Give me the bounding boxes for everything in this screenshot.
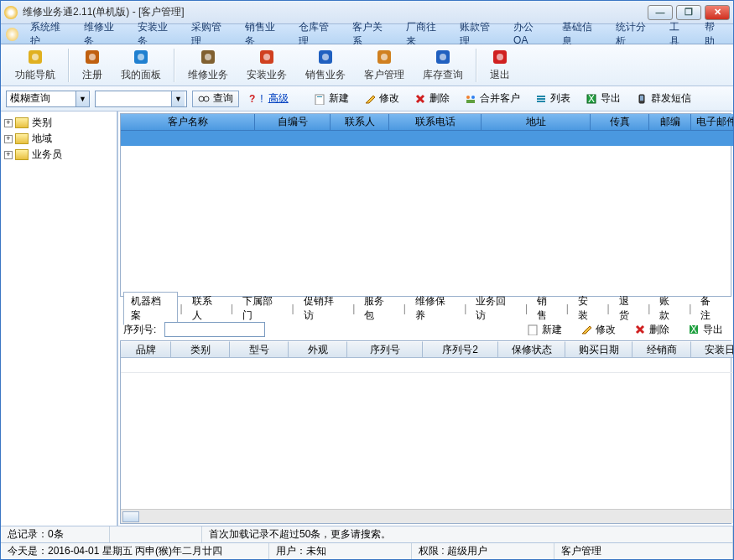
reg-icon xyxy=(83,48,102,66)
panel-icon xyxy=(132,48,150,66)
sub-export-button[interactable]: X 导出 xyxy=(683,321,728,338)
toolbar-exit-button[interactable]: 退出 xyxy=(481,47,519,84)
edit-button[interactable]: 修改 xyxy=(359,91,404,107)
search-toolbar: 模糊查询 ▼ ▼ 查询 ?! 高级 新建 修改 删除 合并客户 列表 X 导出 … xyxy=(1,86,733,111)
machine-grid-header: 品牌类别型号外观序列号序列号2保修状态购买日期经销商安装日期 xyxy=(121,341,734,358)
search-input-combo[interactable]: ▼ xyxy=(95,91,187,107)
sub-delete-button[interactable]: 删除 xyxy=(629,321,674,338)
col-7[interactable]: 电子邮件 xyxy=(691,114,734,131)
machine-grid-body xyxy=(121,373,734,509)
detail-tabs: 机器档案|联系人|下属部门|促销拜访|服务包|维修保养|业务回访|销售|安装|退… xyxy=(118,298,733,319)
svg-text:X: X xyxy=(588,93,595,105)
toolbar-nav-button[interactable]: 功能导航 xyxy=(6,47,65,84)
export-button[interactable]: X 导出 xyxy=(580,91,626,107)
machine-grid-row[interactable] xyxy=(121,358,734,373)
status-total: 总记录：0条 xyxy=(1,526,110,542)
serial-label: 序列号: xyxy=(123,323,156,337)
right-panel: 客户名称自编号联系人联系电话地址传真邮编电子邮件 机器档案|联系人|下属部门|促… xyxy=(118,111,733,526)
svg-point-15 xyxy=(440,54,446,60)
col-2[interactable]: 联系人 xyxy=(331,114,389,131)
toolbar-stock-button[interactable]: 库存查询 xyxy=(414,47,472,84)
new-icon xyxy=(314,93,325,105)
svg-point-5 xyxy=(138,54,144,60)
svg-point-7 xyxy=(205,54,211,60)
edit-icon xyxy=(580,324,592,335)
svg-point-18 xyxy=(199,96,204,101)
chevron-down-icon[interactable]: ▼ xyxy=(171,91,185,106)
svg-rect-25 xyxy=(537,96,545,97)
serial-input[interactable] xyxy=(164,322,265,337)
new-button[interactable]: 新建 xyxy=(309,91,354,107)
svg-rect-32 xyxy=(528,325,537,335)
col-3[interactable]: 联系电话 xyxy=(389,114,482,131)
status-spacer xyxy=(110,526,202,542)
search-input[interactable] xyxy=(96,92,171,106)
tree-item-0[interactable]: +类别 xyxy=(3,115,115,131)
toolbar-sales-button[interactable]: 销售业务 xyxy=(296,47,355,84)
folder-icon xyxy=(15,149,29,160)
chevron-down-icon[interactable]: ▼ xyxy=(75,91,89,106)
mcol-5[interactable]: 序列号2 xyxy=(423,341,498,358)
svg-rect-27 xyxy=(537,101,545,102)
menu-logo-icon xyxy=(6,28,18,41)
serial-toolbar: 序列号: 新建 修改 删除 X 导出 xyxy=(118,319,733,340)
mcol-7[interactable]: 购买日期 xyxy=(565,341,632,358)
repair-icon xyxy=(199,48,217,66)
sales-icon xyxy=(316,48,335,66)
status-date: 今天是：2016-04-01 星期五 丙申(猴)年二月廿四 xyxy=(1,543,269,559)
expand-icon[interactable]: + xyxy=(4,135,13,143)
sub-edit-button[interactable]: 修改 xyxy=(575,321,621,338)
menu-bar: 系统维护维修业务安装业务采购管理销售业务仓库管理客户关系厂商往来账款管理办公OA… xyxy=(1,24,733,44)
expand-icon[interactable]: + xyxy=(4,119,13,127)
mcol-1[interactable]: 类别 xyxy=(171,341,230,358)
exit-icon xyxy=(491,48,509,66)
mcol-4[interactable]: 序列号 xyxy=(347,341,423,358)
toolbar-cust-button[interactable]: 客户管理 xyxy=(355,47,414,84)
svg-point-11 xyxy=(322,54,329,60)
folder-icon xyxy=(15,117,29,128)
toolbar-install-button[interactable]: 安装业务 xyxy=(237,47,296,84)
toolbar-panel-button[interactable]: 我的面板 xyxy=(112,47,170,84)
machine-grid[interactable]: 品牌类别型号外观序列号序列号2保修状态购买日期经销商安装日期 xyxy=(120,340,731,524)
mcol-2[interactable]: 型号 xyxy=(230,341,289,358)
merge-button[interactable]: 合并客户 xyxy=(460,91,525,107)
col-5[interactable]: 传真 xyxy=(591,114,649,131)
search-button[interactable]: 查询 xyxy=(192,91,239,107)
export-icon: X xyxy=(586,93,597,105)
main-body: +类别+地域+业务员 客户名称自编号联系人联系电话地址传真邮编电子邮件 机器档案… xyxy=(1,111,733,526)
svg-point-3 xyxy=(89,54,96,60)
toolbar-repair-button[interactable]: 维修业务 xyxy=(179,47,237,84)
sms-button[interactable]: 群发短信 xyxy=(631,91,696,107)
mcol-0[interactable]: 品牌 xyxy=(121,341,171,358)
mcol-8[interactable]: 经销商 xyxy=(632,341,691,358)
mcol-9[interactable]: 安装日期 xyxy=(691,341,734,358)
mcol-6[interactable]: 保修状态 xyxy=(498,341,565,358)
svg-rect-20 xyxy=(315,95,324,105)
customer-grid[interactable]: 客户名称自编号联系人联系电话地址传真邮编电子邮件 xyxy=(120,113,731,297)
status-user: 用户：未知 xyxy=(269,543,412,559)
status-bar-2: 今天是：2016-04-01 星期五 丙申(猴)年二月廿四 用户：未知 权限 :… xyxy=(1,542,733,559)
status-hint: 首次加载记录不超过50条，更多请搜索。 xyxy=(202,526,733,542)
new-icon xyxy=(527,324,539,335)
customer-grid-row-selected[interactable] xyxy=(121,131,734,146)
col-0[interactable]: 客户名称 xyxy=(121,114,255,131)
tree-item-2[interactable]: +业务员 xyxy=(3,147,115,163)
advanced-search-link[interactable]: 高级 xyxy=(268,91,289,106)
horizontal-scrollbar[interactable] xyxy=(121,509,734,523)
toolbar-reg-button[interactable]: 注册 xyxy=(73,47,112,84)
mcol-3[interactable]: 外观 xyxy=(289,341,347,358)
sub-new-button[interactable]: 新建 xyxy=(522,321,567,338)
col-4[interactable]: 地址 xyxy=(482,114,591,131)
delete-icon xyxy=(634,324,646,335)
tree-item-1[interactable]: +地域 xyxy=(3,131,115,147)
nav-icon xyxy=(26,48,44,66)
expand-icon[interactable]: + xyxy=(4,151,13,159)
col-1[interactable]: 自编号 xyxy=(255,114,331,131)
delete-button[interactable]: 删除 xyxy=(409,91,455,107)
search-mode-combo[interactable]: 模糊查询 ▼ xyxy=(6,91,90,107)
list-button[interactable]: 列表 xyxy=(530,91,575,107)
col-6[interactable]: 邮编 xyxy=(649,114,691,131)
binoculars-icon xyxy=(198,93,210,105)
customer-grid-body xyxy=(121,146,734,296)
install-icon xyxy=(258,48,276,66)
